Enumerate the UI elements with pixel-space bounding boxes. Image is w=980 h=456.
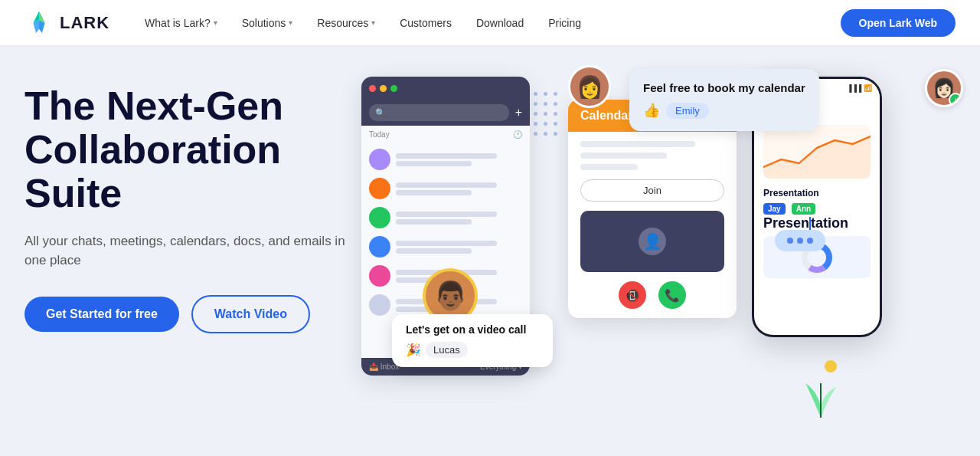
avatar [369,207,390,228]
chat-preview-lines [396,212,522,225]
chat-line [396,161,472,166]
avatar [369,236,390,258]
chat-list-item [361,174,530,203]
chat-line [396,153,497,159]
voice-active-badge: ♪ [949,93,962,107]
chat-list-item [361,145,530,174]
avatar [369,149,390,170]
hero-left: The Next-Gen Collaboration Suite All you… [24,77,346,333]
avatar [369,178,390,199]
chat-preview-lines [396,182,522,195]
nav-item-solutions[interactable]: Solutions ▾ [231,11,304,35]
video-preview-area: 👤 [580,211,724,272]
open-lark-web-button[interactable]: Open Lark Web [841,9,956,37]
nav-item-pricing[interactable]: Pricing [537,11,592,35]
hero-buttons: Get Started for free Watch Video [24,295,346,333]
window-dot-green [390,85,397,92]
video-call-user-row: 🎉 Lucas [406,342,539,358]
navbar: LARK What is Lark? ▾ Solutions ▾ Resourc… [0,0,980,46]
chat-titlebar [361,77,530,100]
chat-bubble-username: Emily [666,103,709,119]
chat-line [396,190,472,195]
chat-preview-lines [396,241,522,254]
logo[interactable]: LARK [24,8,109,38]
avatar [369,294,390,316]
calendar-chat-bubble: Feel free to book my calendar 👍 Emily [629,69,819,131]
chat-today-label: Today [369,130,390,139]
chat-date-section: Today 🕐 [361,126,530,140]
chat-list-item [361,203,530,232]
party-emoji-icon: 🎉 [406,343,421,357]
plant-decoration [798,368,844,425]
nav-item-customers[interactable]: Customers [389,11,462,35]
chat-line [396,219,472,225]
window-dot-yellow [380,85,387,92]
cal-line [580,153,667,159]
nav-right: Open Lark Web [841,9,956,37]
chat-clock-icon: 🕐 [513,130,522,139]
cal-line [580,141,695,147]
chevron-down-icon: ▾ [214,18,217,27]
chevron-down-icon: ▾ [371,18,375,27]
typing-dot [797,238,803,244]
video-call-bubble: Let's get on a video call 🎉 Lucas [392,314,553,367]
phone-chart-area [763,125,871,179]
calendar-lines [568,132,737,179]
watch-video-button[interactable]: Watch Video [191,295,310,333]
chat-search-bar: 🔍 + [361,100,530,126]
chat-line [396,182,497,188]
hero-section: The Next-Gen Collaboration Suite All you… [0,46,980,456]
search-icon: 🔍 [375,108,386,118]
collab-person-avatar: 👩🏻 ♪ [925,69,963,107]
chat-list-item [361,232,530,261]
accept-call-button[interactable]: 📞 [658,281,686,309]
cal-line [580,164,638,170]
emily-avatar: 👩 [568,65,611,108]
calendar-widget: Calendar Join 👤 📵 📞 [568,100,737,318]
get-started-button[interactable]: Get Started for free [24,297,179,332]
video-call-username: Lucas [426,342,468,358]
hero-title: The Next-Gen Collaboration Suite [24,84,346,216]
nav-item-resources[interactable]: Resources ▾ [306,11,386,35]
nav-item-download[interactable]: Download [466,11,534,35]
nav-items: What is Lark? ▾ Solutions ▾ Resources ▾ … [134,11,840,35]
chevron-down-icon: ▾ [289,18,292,27]
add-icon[interactable]: + [515,106,522,120]
chat-line [396,241,497,246]
hero-subtitle: All your chats, meetings, calendars, doc… [24,231,346,271]
typing-dot [807,238,813,244]
chat-line [396,248,472,254]
chat-preview-lines [396,153,522,166]
cursor-blink [809,217,811,231]
collab-tag-ann: Ann [792,203,815,215]
lark-logo-icon [24,8,54,38]
hang-up-button[interactable]: 📵 [619,281,646,309]
nav-item-what-is-lark[interactable]: What is Lark? ▾ [134,11,228,35]
brand-name: LARK [60,13,109,33]
avatar [369,265,390,287]
chat-bubble-message: Feel free to book my calendar [643,81,805,94]
chat-line [396,212,497,217]
chat-typing-indicator [775,230,825,251]
window-dot-red [369,85,376,92]
phone-presentation-title: Presentation [763,215,871,231]
chat-bubble-user-row: 👍 Emily [643,102,805,119]
collab-tag-jay: Jay [763,203,786,215]
thumbs-up-emoji-icon: 👍 [643,102,660,119]
phone-signal-icon: ▐▐▐ 📶 [847,84,872,92]
yellow-circle-decoration [825,360,837,372]
call-actions: 📵 📞 [568,281,737,318]
phone-collab-tags: Jay Ann [763,203,871,215]
video-call-title: Let's get on a video call [406,323,539,336]
typing-dot [787,238,793,244]
phone-presentation-label: Presentation [763,188,871,198]
search-input-bar[interactable]: 🔍 [369,104,509,121]
video-user-icon: 👤 [639,228,666,255]
join-button[interactable]: Join [580,179,724,202]
hero-right: 🔍 + Today 🕐 [346,77,956,456]
